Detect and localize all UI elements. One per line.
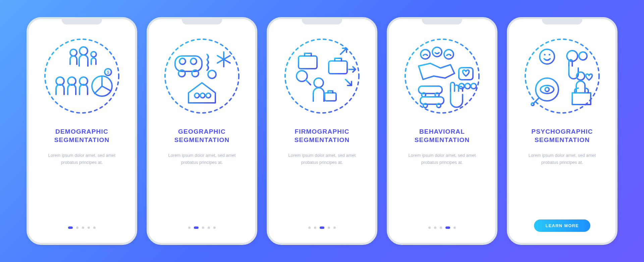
screen-description: Lorem ipsum dolor amet, sed amet probatu… — [283, 152, 361, 166]
svg-point-38 — [423, 104, 427, 108]
svg-point-10 — [165, 39, 239, 113]
pagination-dot[interactable] — [208, 226, 210, 229]
svg-point-40 — [525, 39, 599, 113]
svg-point-48 — [545, 87, 549, 91]
svg-point-24 — [314, 78, 323, 87]
onboarding-screen: BEHAVIORAL SEGMENTATIONLorem ipsum dolor… — [387, 17, 497, 245]
svg-point-41 — [540, 49, 554, 64]
screen-title: DEMOGRAPHIC SEGMENTATION — [54, 128, 110, 144]
svg-point-43 — [549, 54, 550, 56]
pagination-dot[interactable] — [440, 226, 442, 229]
svg-point-49 — [531, 103, 534, 106]
pagination-dot[interactable] — [314, 226, 316, 229]
geographic-icon — [162, 36, 242, 116]
demographic-icon: $ — [42, 36, 122, 116]
pagination-dot[interactable] — [202, 226, 204, 229]
pagination-dots — [428, 226, 456, 229]
svg-point-1 — [70, 49, 77, 56]
screen-title: BEHAVIORAL SEGMENTATION — [415, 128, 470, 144]
pagination-dots — [308, 226, 336, 229]
screen-title: FIRMOGRAPHIC SEGMENTATION — [294, 128, 350, 144]
pagination-dot-active[interactable] — [445, 226, 450, 229]
svg-point-15 — [191, 58, 197, 64]
pagination-dot-active[interactable] — [320, 226, 324, 229]
phone-notch — [422, 17, 462, 24]
svg-point-33 — [471, 83, 476, 89]
svg-point-42 — [544, 54, 546, 56]
svg-point-39 — [437, 104, 441, 108]
screen-description: Lorem ipsum dolor amet, sed amet probatu… — [404, 152, 481, 166]
svg-point-18 — [200, 93, 205, 98]
onboarding-screen: FIRMOGRAPHIC SEGMENTATIONLorem ipsum dol… — [267, 17, 377, 245]
pagination-dots — [68, 226, 96, 229]
pagination-dot[interactable] — [453, 226, 456, 229]
behavioral-icon — [402, 36, 482, 116]
screen-description: Lorem ipsum dolor amet, sed amet probatu… — [524, 152, 601, 166]
onboarding-screen: GEOGRAPHIC SEGMENTATIONLorem ipsum dolor… — [147, 17, 257, 245]
svg-point-47 — [540, 85, 554, 93]
svg-rect-22 — [329, 61, 347, 74]
svg-point-2 — [79, 47, 88, 55]
pagination-dot[interactable] — [82, 226, 84, 229]
svg-point-46 — [536, 78, 558, 101]
screen-description: Lorem ipsum dolor amet, sed amet probatu… — [43, 152, 120, 166]
pagination-dot[interactable] — [333, 226, 336, 229]
pagination-dot[interactable] — [76, 226, 78, 229]
svg-rect-30 — [459, 68, 473, 80]
pagination-dot[interactable] — [93, 226, 96, 229]
screen-title: GEOGRAPHIC SEGMENTATION — [174, 128, 230, 144]
svg-point-28 — [432, 47, 442, 57]
pagination-dot[interactable] — [328, 226, 330, 229]
onboarding-screen: $ DEMOGRAPHIC SEGMENTATIONLorem ipsum do… — [26, 17, 137, 245]
svg-rect-11 — [175, 56, 202, 71]
svg-text:$: $ — [107, 70, 109, 75]
pagination-dots — [188, 226, 216, 229]
pagination-dot-active[interactable] — [68, 226, 73, 229]
pagination-dot[interactable] — [428, 226, 431, 229]
phone-notch — [302, 17, 342, 24]
phone-notch — [542, 17, 582, 24]
screen-title: PSYCHOGRAPHIC SEGMENTATION — [531, 128, 593, 144]
psychographic-icon — [522, 36, 602, 116]
pagination-dot[interactable] — [213, 226, 216, 229]
svg-rect-34 — [419, 86, 442, 93]
onboarding-screens-row: $ DEMOGRAPHIC SEGMENTATIONLorem ipsum do… — [26, 17, 618, 245]
learn-more-button[interactable]: LEARN MORE — [534, 219, 590, 232]
phone-notch — [62, 17, 102, 24]
svg-point-0 — [45, 39, 119, 113]
svg-rect-37 — [420, 97, 444, 104]
pagination-dot[interactable] — [308, 226, 311, 229]
svg-point-32 — [465, 83, 470, 89]
svg-rect-21 — [299, 56, 317, 69]
svg-rect-25 — [325, 93, 336, 101]
firmographic-icon — [282, 36, 362, 116]
pagination-dot[interactable] — [188, 226, 191, 229]
pagination-dot[interactable] — [88, 226, 90, 229]
onboarding-screen: PSYCHOGRAPHIC SEGMENTATIONLorem ipsum do… — [507, 17, 618, 245]
phone-notch — [182, 17, 222, 24]
svg-point-14 — [179, 58, 185, 64]
svg-point-3 — [91, 52, 96, 57]
pagination-dot[interactable] — [434, 226, 436, 229]
screen-description: Lorem ipsum dolor amet, sed amet probatu… — [163, 152, 240, 166]
pagination-dot-active[interactable] — [194, 226, 199, 229]
svg-point-17 — [195, 93, 199, 98]
svg-point-19 — [206, 93, 211, 98]
